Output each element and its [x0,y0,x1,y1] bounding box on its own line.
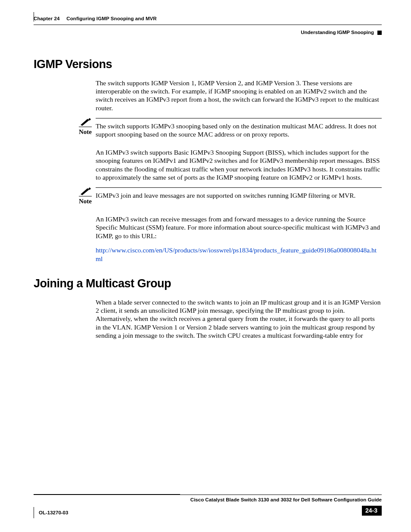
page-number-badge: 24-3 [362,506,382,516]
para-ssm: An IGMPv3 switch can receive messages fr… [96,215,381,240]
heading-igmp-versions: IGMP Versions [34,57,382,72]
para-biss: An IGMPv3 switch supports Basic IGMPv3 S… [96,148,381,182]
note-block-2: Note IGMPv3 join and leave messages are … [75,187,382,205]
note-text: IGMPv3 join and leave messages are not s… [96,191,382,199]
note-label: Note [79,128,92,136]
footer-guide-title: Cisco Catalyst Blade Switch 3130 and 303… [34,497,382,503]
note-icon [80,187,91,195]
page-content: IGMP Versions The switch supports IGMP V… [34,57,382,340]
chapter-title: Configuring IGMP Snooping and MVR [66,16,156,21]
para-joining: When a blade server connected to the swi… [96,298,381,340]
external-link[interactable]: http://www.cisco.com/en/US/products/sw/i… [96,246,377,262]
header-square-decor [377,31,382,35]
note-text: The switch supports IGMPv3 snooping base… [96,122,382,139]
section-title: Understanding IGMP Snooping [301,29,374,35]
chapter-label: Chapter 24 [34,16,59,21]
heading-joining-multicast: Joining a Multicast Group [34,277,382,291]
note-block-1: Note The switch supports IGMPv3 snooping… [75,118,382,139]
footer-doc-id: OL-13270-03 [39,510,68,516]
para-intro: The switch supports IGMP Version 1, IGMP… [96,79,381,112]
note-icon [80,118,91,126]
note-label: Note [79,197,92,205]
page-footer: Cisco Catalyst Blade Switch 3130 and 303… [34,495,382,516]
running-header: Chapter 24 Configuring IGMP Snooping and… [34,0,382,36]
